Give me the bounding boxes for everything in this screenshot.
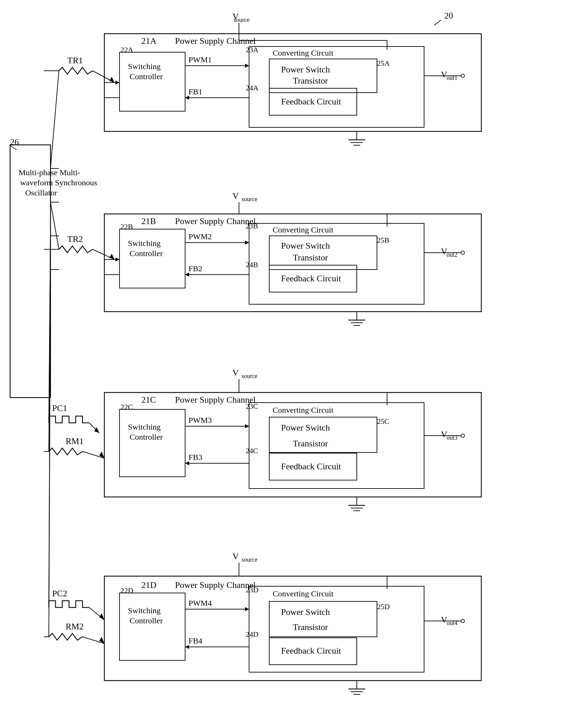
rm2-ref: RM2 xyxy=(66,622,83,632)
svg-point-10 xyxy=(461,74,464,78)
pwm3-label: PWM3 xyxy=(188,416,212,424)
rm1-ref: RM1 xyxy=(66,436,83,446)
pwm2-label: PWM2 xyxy=(188,232,212,241)
sc-d-ref: 22D xyxy=(121,586,133,595)
osc-label3: Oscillator xyxy=(25,188,57,197)
channel-a-title: Power Supply Channel xyxy=(175,36,256,46)
circuit-diagram: V source 20 21A Power Supply Channel Swi… xyxy=(0,0,588,720)
feedback-c-label: Feedback Circuit xyxy=(281,462,341,471)
transistor-d-ref: 25D xyxy=(377,602,390,611)
svg-marker-32 xyxy=(109,254,114,259)
svg-line-72 xyxy=(50,202,59,249)
vsource-sub-d: source xyxy=(241,556,257,563)
fb4-label: FB4 xyxy=(188,637,202,645)
sc-d-label2: Controller xyxy=(130,616,163,625)
sc-c-label1: Switching xyxy=(128,422,161,431)
svg-line-71 xyxy=(50,71,59,168)
fb3-ref: 24C xyxy=(246,446,258,455)
svg-point-42 xyxy=(461,434,464,437)
transistor-c-ref: 25C xyxy=(377,417,390,425)
channel-b-ref: 21B xyxy=(141,216,156,226)
transistor-a-label1: Power Switch xyxy=(281,65,330,75)
fb4-ref: 24D xyxy=(246,630,258,638)
sc-c-ref: 22C xyxy=(121,403,133,411)
pc1-ref: PC1 xyxy=(52,403,67,413)
vsource-sub-b: source xyxy=(241,196,257,202)
transistor-b-ref: 25B xyxy=(377,236,390,244)
sc-b-label1: Switching xyxy=(128,239,161,248)
vsource-label-d: V xyxy=(233,552,239,561)
svg-marker-22 xyxy=(245,241,249,245)
converting-circuit-c xyxy=(249,403,424,488)
transistor-b-label2: Transistor xyxy=(293,253,328,262)
converting-circuit-d xyxy=(249,586,424,672)
transistor-d-label1: Power Switch xyxy=(281,607,330,617)
osc-label2: waveform Synchronous xyxy=(20,178,97,187)
transistor-c-label2: Transistor xyxy=(293,439,328,448)
pc2-ref: PC2 xyxy=(52,588,67,598)
channel-d-ref: 21D xyxy=(141,580,156,590)
pwm4-ref: 23D xyxy=(246,585,258,594)
switching-controller-d xyxy=(120,593,185,660)
channel-a-label: 21A xyxy=(141,36,156,46)
svg-marker-16 xyxy=(109,77,114,83)
vsource-label-b: V xyxy=(233,191,239,201)
fb1-label: FB1 xyxy=(188,87,202,96)
sc-b-label2: Controller xyxy=(130,249,163,258)
sc-a-label1: Switching xyxy=(128,62,161,71)
channel-b-title: Power Supply Channel xyxy=(175,216,256,226)
pwm4-label: PWM4 xyxy=(188,599,212,607)
fb1-ref: 24A xyxy=(246,83,258,92)
tr1-ref: TR1 xyxy=(67,56,83,65)
cc-c-label: Converting Circuit xyxy=(273,406,334,415)
transistor-a-label2: Transistor xyxy=(293,76,328,85)
sc-d-label1: Switching xyxy=(128,606,161,615)
osc-label1: Multi-phase Multi- xyxy=(19,168,80,177)
svg-marker-8 xyxy=(185,96,189,100)
cc-a-label: Converting Circuit xyxy=(273,48,334,57)
channel-c-ref: 21C xyxy=(141,395,156,405)
fb3-label: FB3 xyxy=(188,453,202,462)
osc-ref: 26 xyxy=(10,137,19,147)
sc-a-label2: Controller xyxy=(130,72,163,81)
svg-point-26 xyxy=(461,251,464,254)
svg-marker-85 xyxy=(115,257,120,261)
channel-d-title: Power Supply Channel xyxy=(175,580,256,590)
transistor-b-label1: Power Switch xyxy=(281,241,330,251)
fb2-label: FB2 xyxy=(188,264,202,273)
svg-marker-56 xyxy=(245,607,249,611)
feedback-d-label: Feedback Circuit xyxy=(281,646,341,656)
ref-20: 20 xyxy=(444,11,453,21)
svg-point-60 xyxy=(461,619,464,623)
pwm2-ref: 23B xyxy=(246,222,258,230)
svg-marker-38 xyxy=(245,424,249,428)
channel-c-title: Power Supply Channel xyxy=(175,395,256,405)
sc-c-label2: Controller xyxy=(130,433,163,441)
cc-d-label: Converting Circuit xyxy=(273,589,334,598)
svg-marker-82 xyxy=(115,81,120,84)
sc-a-ref: 22A xyxy=(121,45,133,54)
svg-marker-24 xyxy=(185,273,189,277)
vsource-sub-c: source xyxy=(241,373,257,379)
transistor-c-label1: Power Switch xyxy=(281,423,330,433)
tr2-ref: TR2 xyxy=(67,234,83,244)
svg-marker-58 xyxy=(185,645,189,649)
vsource-sub-a: source xyxy=(234,17,250,23)
svg-marker-6 xyxy=(245,64,249,68)
pwm3-ref: 23C xyxy=(246,402,258,411)
svg-marker-48 xyxy=(94,427,99,433)
cc-b-label: Converting Circuit xyxy=(273,225,334,234)
svg-marker-40 xyxy=(185,461,189,465)
switching-controller-c xyxy=(120,409,185,477)
svg-line-1 xyxy=(434,20,441,25)
pwm1-label: PWM1 xyxy=(188,55,212,64)
feedback-a-label: Feedback Circuit xyxy=(281,97,341,106)
transistor-a-ref: 25A xyxy=(377,59,390,67)
vsource-label-c: V xyxy=(233,368,239,378)
transistor-d-label2: Transistor xyxy=(293,622,328,632)
switching-controller-a xyxy=(120,52,185,111)
feedback-b-label: Feedback Circuit xyxy=(281,274,341,283)
switching-controller-b xyxy=(120,229,185,288)
sc-b-ref: 22B xyxy=(121,222,133,231)
fb2-ref: 24B xyxy=(246,260,258,269)
